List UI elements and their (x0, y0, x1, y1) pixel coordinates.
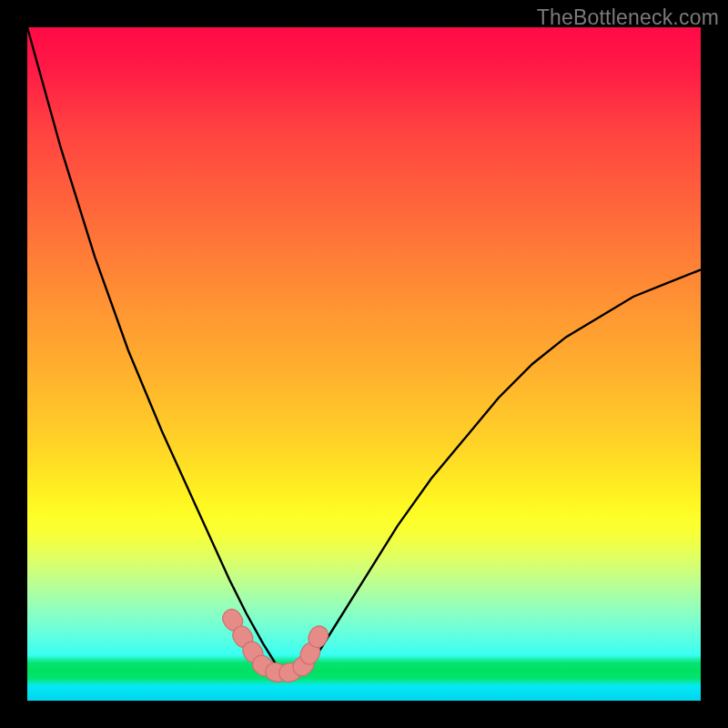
marker-group (219, 606, 331, 684)
plot-area (27, 27, 701, 701)
watermark-text: TheBottleneck.com (537, 5, 719, 30)
chart-frame: TheBottleneck.com (0, 0, 728, 728)
curve-layer (27, 27, 701, 701)
bottleneck-curve (27, 27, 701, 671)
